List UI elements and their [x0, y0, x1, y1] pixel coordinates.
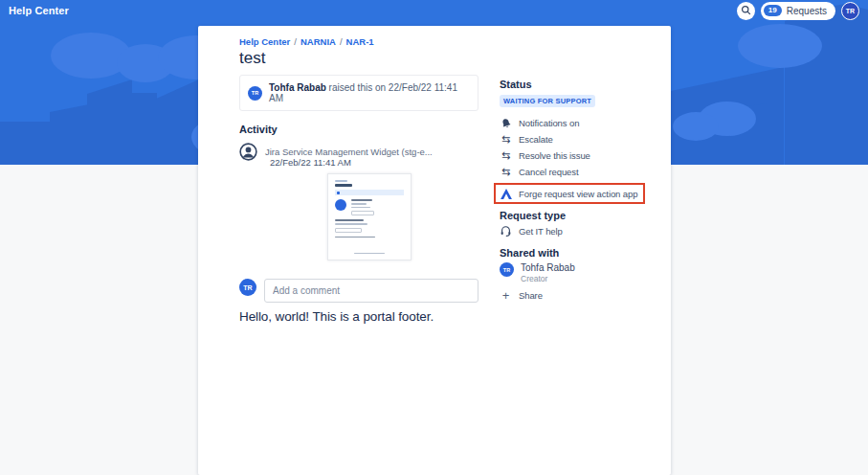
transition-glyph: ⇆: [501, 167, 510, 177]
breadcrumb-separator: /: [340, 36, 343, 47]
plus-icon: +: [500, 289, 512, 302]
thumb-shape: [335, 199, 346, 211]
sidebar-action-cancel[interactable]: ⇆ Cancel request: [500, 164, 653, 180]
thumb-shape: [337, 192, 340, 194]
action-label: Escalate: [519, 134, 553, 145]
attachment-thumbnail[interactable]: [327, 173, 412, 260]
thumb-shape: [351, 199, 372, 201]
shared-with-heading: Shared with: [500, 247, 653, 259]
status-badge: WAITING FOR SUPPORT: [500, 95, 595, 107]
thumb-shape: [351, 199, 404, 215]
breadcrumb: Help Center/NARNIA/NAR-1: [239, 36, 479, 47]
forge-app-icon: [500, 189, 512, 199]
thumb-shape: [354, 253, 385, 255]
action-label: Notifications on: [519, 118, 579, 128]
reporter-name: Tohfa Rabab: [269, 82, 326, 93]
status-heading: Status: [500, 79, 653, 90]
request-detail-card: Help Center/NARNIA/NAR-1 test TR Tohfa R…: [198, 26, 671, 475]
requester-card: TR Tohfa Rabab raised this on 22/Feb/22 …: [239, 75, 479, 111]
transition-arrows-icon: ⇆: [500, 167, 512, 177]
shared-person-avatar: TR: [500, 262, 514, 277]
action-label: Cancel request: [519, 167, 579, 177]
person-avatar-icon: [239, 143, 257, 165]
activity-author: Jira Service Management Widget (stg-e...: [265, 147, 433, 157]
shared-person-name: Tohfa Rabab: [521, 262, 575, 274]
main-column: Help Center/NARNIA/NAR-1 test TR Tohfa R…: [239, 26, 479, 324]
thumb-shape: [351, 211, 374, 215]
request-type-value: Get IT help: [500, 223, 653, 239]
thumb-shape: [335, 219, 364, 221]
thumb-shape: [351, 207, 370, 209]
comment-composer: TR: [239, 279, 479, 303]
activity-entry: Jira Service Management Widget (stg-e...…: [239, 143, 479, 168]
thumb-shape: [351, 203, 367, 205]
thumb-shape: [335, 223, 367, 225]
transition-arrows-icon: ⇆: [500, 134, 512, 145]
headset-icon: [500, 225, 512, 238]
request-type-label: Get IT help: [519, 226, 563, 237]
transition-arrows-icon: ⇆: [500, 150, 512, 161]
request-type-heading: Request type: [500, 210, 653, 221]
activity-meta: Jira Service Management Widget (stg-e...…: [265, 143, 479, 168]
breadcrumb-issue-key[interactable]: NAR-1: [346, 36, 374, 47]
reporter-avatar: TR: [248, 86, 262, 101]
share-button[interactable]: + Share: [500, 287, 653, 304]
topbar-controls: 19 Requests TR: [737, 2, 859, 20]
shared-person-meta: Tohfa Rabab Creator: [521, 262, 575, 283]
thumb-shape: [335, 228, 362, 233]
red-highlight-annotation: Forge request view action app: [494, 183, 645, 204]
page-title: test: [239, 49, 479, 68]
activity-timestamp: 22/Feb/22 11:41 AM: [270, 157, 351, 168]
shared-person: TR Tohfa Rabab Creator: [500, 262, 653, 283]
breadcrumb-project[interactable]: NARNIA: [300, 36, 336, 47]
sidebar-action-notifications[interactable]: Notifications on: [500, 115, 653, 131]
breadcrumb-separator: /: [294, 36, 297, 47]
bell-icon: [500, 118, 512, 129]
activity-heading: Activity: [239, 124, 479, 135]
thumb-shape: [335, 219, 404, 233]
thumb-shape: [335, 237, 375, 238]
detail-sidebar: Status WAITING FOR SUPPORT Notifications…: [500, 26, 653, 304]
portal-footer-text: Hello, world! This is a portal footer.: [239, 309, 479, 324]
user-avatar[interactable]: TR: [841, 2, 859, 20]
plus-glyph: +: [502, 289, 510, 302]
requests-label: Requests: [787, 6, 827, 16]
help-center-brand-link[interactable]: Help Center: [9, 5, 69, 16]
thumb-shape: [335, 253, 404, 255]
breadcrumb-help-center[interactable]: Help Center: [239, 36, 290, 47]
commenter-avatar: TR: [239, 279, 256, 296]
sidebar-actions: Notifications on ⇆ Escalate ⇆ Resolve th…: [500, 115, 653, 204]
requests-count-badge: 19: [764, 5, 782, 16]
thumb-shape: [335, 184, 352, 187]
sidebar-action-escalate[interactable]: ⇆ Escalate: [500, 131, 653, 147]
top-bar: Help Center 19 Requests TR: [0, 0, 868, 21]
share-label: Share: [519, 290, 543, 301]
shared-person-role: Creator: [521, 274, 575, 283]
action-label: Forge request view action app: [519, 189, 637, 199]
transition-glyph: ⇆: [501, 134, 510, 145]
search-icon: [741, 2, 751, 19]
comment-input[interactable]: [264, 279, 479, 303]
thumb-shape: [335, 190, 404, 195]
sidebar-action-resolve[interactable]: ⇆ Resolve this issue: [500, 147, 653, 164]
thumb-shape: [335, 199, 404, 215]
search-button[interactable]: [737, 2, 755, 20]
thumb-shape: [335, 180, 347, 182]
requests-button[interactable]: 19 Requests: [761, 2, 835, 20]
sidebar-action-forge-app[interactable]: Forge request view action app: [500, 187, 637, 200]
requester-line: Tohfa Rabab raised this on 22/Feb/22 11:…: [269, 82, 470, 103]
action-label: Resolve this issue: [519, 150, 590, 161]
transition-glyph: ⇆: [501, 150, 510, 161]
